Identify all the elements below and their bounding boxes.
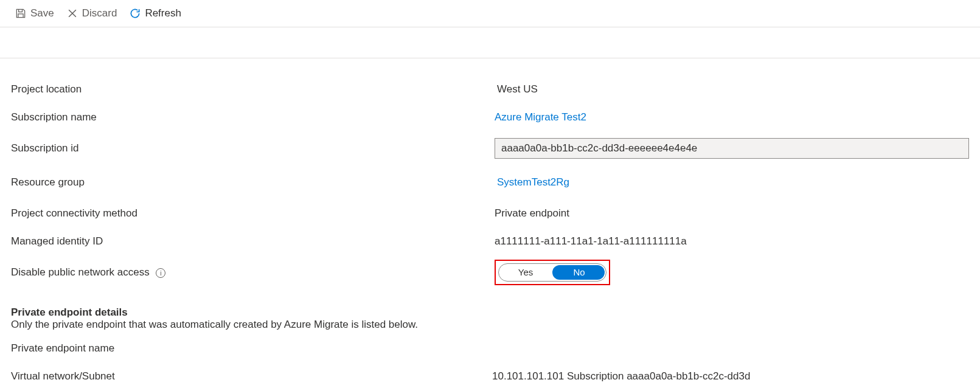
row-disable-public-access: Disable public network access i Yes No [11,257,969,288]
public-access-toggle[interactable]: Yes No [498,263,606,282]
connectivity-method-value: Private endpoint [495,207,969,220]
subscription-name-link[interactable]: Azure Migrate Test2 [495,111,969,123]
save-icon [15,7,27,19]
content-area: Project location West US Subscription na… [0,58,980,389]
row-project-location: Project location West US [11,77,969,102]
row-private-endpoint-name: Private endpoint name [11,336,969,361]
close-icon [66,7,78,19]
managed-identity-value: a1111111-a111-11a1-1a11-a111111111a [495,235,969,247]
resource-group-label: Resource group [11,176,495,189]
save-label: Save [30,7,54,19]
toggle-option-yes[interactable]: Yes [499,264,552,281]
toggle-highlight: Yes No [495,260,969,285]
disable-public-access-label: Disable public network access i [11,266,495,279]
refresh-label: Refresh [145,7,181,19]
project-location-value: West US [495,83,969,95]
discard-button[interactable]: Discard [66,7,117,19]
private-endpoint-title: Private endpoint details [11,306,969,319]
row-managed-identity: Managed identity ID a1111111-a111-11a1-1… [11,229,969,254]
row-vnet-subnet: Virtual network/Subnet 10.101.101.101 Su… [11,364,969,389]
row-subscription-name: Subscription name Azure Migrate Test2 [11,105,969,130]
subscription-id-input[interactable] [495,138,969,159]
vnet-label: Virtual network/Subnet [11,370,495,382]
private-endpoint-desc: Only the private endpoint that was autom… [11,319,969,331]
row-resource-group: Resource group SystemTest2Rg [11,167,969,198]
toggle-option-no[interactable]: No [552,264,606,281]
info-icon[interactable]: i [156,268,165,278]
refresh-button[interactable]: Refresh [129,7,181,19]
discard-label: Discard [82,7,117,19]
vnet-value: 10.101.101.101 Subscription aaaa0a0a-bb1… [492,370,969,382]
toolbar: Save Discard Refresh [0,0,980,27]
subscription-id-label: Subscription id [11,142,495,154]
subscription-name-label: Subscription name [11,111,495,123]
resource-group-link[interactable]: SystemTest2Rg [495,176,969,189]
row-subscription-id: Subscription id [11,133,969,164]
refresh-icon [129,7,141,19]
connectivity-method-label: Project connectivity method [11,207,495,220]
project-location-label: Project location [11,83,495,95]
managed-identity-label: Managed identity ID [11,235,495,247]
save-button[interactable]: Save [15,7,54,19]
private-endpoint-name-label: Private endpoint name [11,342,495,355]
row-connectivity-method: Project connectivity method Private endp… [11,201,969,226]
